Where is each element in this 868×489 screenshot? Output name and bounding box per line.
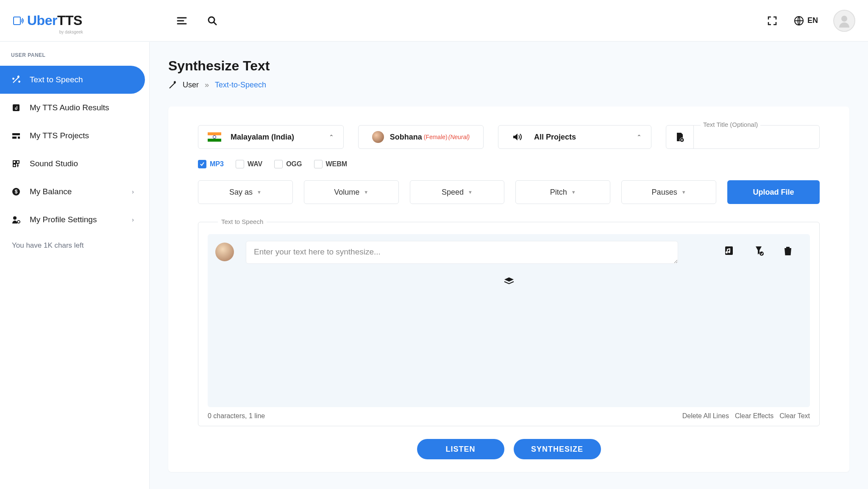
title-field-wrap: Text Title (Optional) [666,125,820,149]
checkbox-icon [236,160,244,168]
editor: Text to Speech 0 characters, 1 line [198,222,820,426]
format-webm[interactable]: WEBM [314,160,348,168]
delete-all-lines-link[interactable]: Delete All Lines [682,412,729,420]
logo-icon [13,14,25,27]
header-tools [175,14,219,27]
sidebar-item-text-to-speech[interactable]: Text to Speech [0,66,145,94]
action-buttons: LISTEN SYNTHESIZE [198,439,820,459]
speed-dropdown[interactable]: Speed▼ [410,180,505,204]
chevron-right-icon: › [132,188,134,195]
project-value: All Projects [534,133,637,142]
sidebar-item-sound-studio[interactable]: Sound Studio [0,150,145,178]
sidebar-item-label: My TTS Audio Results [30,103,109,112]
voice-gender: (Female) [424,134,448,140]
chars-remaining: You have 1K chars left [0,234,149,257]
sidebar-item-balance[interactable]: $ My Balance › [0,178,145,206]
checkbox-icon [314,160,323,168]
svg-rect-6 [12,137,17,139]
sidebar-item-label: My TTS Projects [30,131,89,140]
sidebar-item-label: My Balance [30,187,72,196]
sidebar-item-profile[interactable]: My Profile Settings › [0,206,145,234]
music-note-icon[interactable] [723,245,734,256]
svg-text:$: $ [15,189,18,195]
svg-rect-7 [18,137,20,139]
clear-text-link[interactable]: Clear Text [779,412,810,420]
globe-icon [794,16,804,26]
language-select[interactable]: Malayalam (India) ⌃ [198,125,344,149]
format-ogg[interactable]: OGG [274,160,302,168]
synthesize-button[interactable]: SYNTHESIZE [514,439,601,459]
caret-down-icon: ▼ [468,190,473,195]
language-label: EN [807,16,818,25]
title-label: Text Title (Optional) [701,121,760,128]
editor-footer: 0 characters, 1 line Delete All Lines Cl… [208,407,810,420]
title-input[interactable] [693,126,819,148]
sidebar-item-projects[interactable]: My TTS Projects [0,122,145,150]
trash-icon[interactable] [783,245,794,256]
chevron-up-icon: ⌃ [329,134,334,140]
voice-name: Sobhana [390,133,422,142]
sidebar-item-label: Sound Studio [30,159,78,168]
pitch-dropdown[interactable]: Pitch▼ [515,180,610,204]
language-value: Malayalam (India) [231,133,329,142]
chevron-right-icon: › [132,216,134,223]
editor-line [215,241,802,264]
sidebar-item-audio-results[interactable]: My TTS Audio Results [0,94,145,122]
effects-icon[interactable] [753,245,764,256]
voice-type: (Neural) [448,134,470,140]
pauses-dropdown[interactable]: Pauses▼ [621,180,716,204]
chevron-up-icon: ⌃ [637,134,642,140]
language-selector[interactable]: EN [794,16,818,26]
line-voice-avatar[interactable] [215,243,234,261]
svg-rect-14 [725,246,733,255]
breadcrumb-sep-icon: » [205,81,209,89]
app-logo[interactable]: UberTTS by daksgeek [13,13,82,28]
format-label: WEBM [326,160,348,168]
synthesis-text-input[interactable] [246,241,678,264]
format-row: MP3 WAV OGG WEBM [198,160,820,168]
logo-text: UberTTS [27,13,82,28]
menu-toggle-button[interactable] [175,14,188,27]
caret-down-icon: ▼ [682,190,686,195]
voice-select[interactable]: Sobhana (Female) (Neural) [358,125,484,149]
user-avatar[interactable] [833,10,855,32]
voice-avatar [372,131,384,143]
user-settings-icon [11,215,21,225]
fullscreen-button[interactable] [766,14,779,27]
header-right: EN [766,10,855,32]
sidebar-item-label: My Profile Settings [30,215,97,224]
music-file-icon [11,103,21,113]
controls-row: Say as▼ Volume▼ Speed▼ Pitch▼ Pauses▼ Up… [198,180,820,204]
listen-button[interactable]: LISTEN [417,439,504,459]
search-button[interactable] [206,14,219,27]
line-tools [723,241,802,256]
upload-file-button[interactable]: Upload File [727,180,820,204]
dollar-icon: $ [11,187,21,197]
volume-dropdown[interactable]: Volume▼ [304,180,399,204]
wand-icon [11,75,21,85]
user-icon [837,13,852,28]
flag-india-icon [208,132,221,142]
format-mp3[interactable]: MP3 [198,160,224,168]
title-box [666,125,820,149]
wand-icon [168,81,177,89]
selector-row: Malayalam (India) ⌃ Sobhana (Female) (Ne… [198,125,820,149]
main-content: Synthesize Text User » Text-to-Speech Ma… [150,42,868,489]
layers-icon [504,277,515,285]
svg-rect-5 [12,133,20,135]
breadcrumb-user[interactable]: User [183,81,199,89]
sidebar-item-label: Text to Speech [30,75,83,84]
synthesize-card: Malayalam (India) ⌃ Sobhana (Female) (Ne… [168,106,849,472]
caret-down-icon: ▼ [257,190,262,195]
add-line-button[interactable] [504,277,515,285]
format-label: MP3 [210,160,224,168]
breadcrumb-current: Text-to-Speech [215,81,266,89]
editor-label: Text to Speech [218,218,267,225]
say-as-dropdown[interactable]: Say as▼ [198,180,293,204]
sidebar-heading: USER PANEL [0,52,149,66]
logo-subtitle: by daksgeek [59,30,83,34]
format-wav[interactable]: WAV [236,160,262,168]
project-select[interactable]: All Projects ⌃ [498,125,651,149]
clear-effects-link[interactable]: Clear Effects [735,412,773,420]
char-counter: 0 characters, 1 line [208,412,265,420]
